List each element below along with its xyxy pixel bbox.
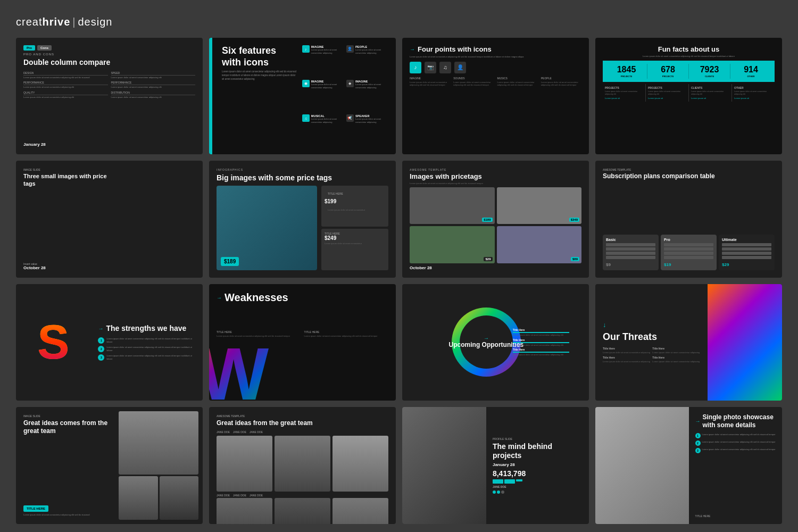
accent-bar (209, 38, 212, 154)
plan-cols: Basic $9 Pro $19 Ultimate (603, 184, 775, 270)
str-num-1: 1 (98, 337, 104, 344)
feature-item: 👤 PEOPLELorem ipsum dolor sit amet conse… (346, 45, 388, 78)
plan-ultimate-name: Ultimate (722, 238, 771, 242)
threat-3: Title Here Lorem ipsum dolor sit amet co… (603, 356, 650, 363)
weak-col-1: TITLE HERE Lorem ipsum dolor sit amet co… (217, 330, 301, 338)
logo-text2: design (78, 16, 112, 28)
list-num-2: 2 (695, 440, 701, 446)
stat-below-4: OTHER Lorem ipsum dolor sit amet consect… (732, 84, 775, 102)
stat-label-1: PROJECTS (608, 75, 645, 78)
stat-num-4: 914 (733, 65, 769, 74)
plan-ultimate: Ultimate $29 (719, 235, 775, 270)
team-member-3 (332, 436, 388, 492)
stat-num-3: 7923 (691, 65, 728, 74)
slide7-tag: AWESOME TEMPLATE (410, 168, 581, 171)
feature-icon-3: ◉ (302, 80, 310, 87)
slide12-title: Our Threats (603, 332, 700, 343)
plan-basic-name: Basic (606, 238, 655, 242)
team-grid-top (217, 436, 388, 492)
stat-1: 1845 PROJECTS (606, 64, 647, 79)
slide12-left: ↓ Our Threats Title Here Lorem ipsum dol… (595, 284, 708, 401)
opp-1: Title Here Lorem ipsum dolor sit amet co… (513, 328, 584, 337)
plan-pro-name: Pro (664, 238, 713, 242)
profile-photo (402, 407, 486, 523)
feature-item: ♪ IMAGINELorem ipsum dolor sit amet cons… (302, 45, 344, 78)
slide-team-grid: AWESOME TEMPLATE Great ideas from the gr… (209, 407, 396, 523)
slide1-col1: DESIGN Lorem ipsum dolor sit amet consec… (23, 71, 108, 139)
list-item-1: 1 Lorem ipsum dolor sit amet consectetur… (695, 433, 776, 438)
stat-3: 7923 CLIENTS (689, 64, 730, 79)
s7-price-3: $29 (484, 257, 492, 261)
weaknesses-letter-bg: W (209, 337, 269, 401)
big-image: $189 (217, 186, 317, 270)
strength-1: 1 Lorem ipsum dolor sit amet consectetur… (98, 337, 195, 344)
threat-4: Title Here Lorem ipsum dolor sit amet co… (652, 356, 700, 363)
slide6-title: Big images with some price tags (217, 173, 388, 182)
big-price-tag: $189 (221, 257, 239, 266)
team-member-2 (275, 436, 330, 492)
slide-great-team: IMAGE SLIDE Great ideas comes from the g… (16, 407, 203, 523)
team-grid-bottom (217, 498, 388, 524)
teal-bars (493, 479, 583, 484)
s7-img-1: $189 (410, 187, 495, 225)
slide13-title: Great ideas comes from the great team (23, 419, 111, 435)
slide13-left: IMAGE SLIDE Great ideas comes from the g… (16, 407, 119, 523)
team-member-1 (217, 436, 272, 492)
slide-photo-showcase: → Single photo showcase with some detail… (595, 407, 782, 523)
slide8-title: Subscription plans comparison table (603, 172, 775, 180)
strength-3: 3 Lorem ipsum dolor sit amet consectetur… (98, 354, 195, 361)
opp-2: Title Here Lorem ipsum dolor sit amet co… (513, 338, 584, 347)
slide15-left-photo (402, 407, 486, 523)
feature-icon-6: 📢 (346, 114, 354, 122)
list-num-1: 1 (695, 433, 701, 438)
feature-icon-4: ◈ (346, 80, 354, 87)
plan-pro: Pro $19 (661, 235, 717, 270)
stat-num-1: 1845 (608, 65, 645, 74)
mini-card-1: TITLE HERE $199 Lorem ipsum dolor sit am… (321, 186, 388, 227)
slide3-header: → Four points with icons (410, 45, 581, 53)
slide7-date: October 28 (410, 265, 581, 270)
stat-below-1: PROJECTS Lorem ipsum dolor sit amet cons… (603, 84, 646, 102)
slide3-title: Four points with icons (418, 45, 492, 53)
slide9-left-letter: S (16, 284, 90, 401)
stat-label-4: OTHER (733, 75, 769, 78)
slide15-date: January 28 (493, 462, 583, 467)
slide-mind-projects: PROFILE SLIDE The mind behind projects J… (402, 407, 589, 523)
stats-below: PROJECTS Lorem ipsum dolor sit amet cons… (603, 84, 775, 102)
stat-label-2: PROJECTS (650, 75, 686, 78)
slide5-date: October 28 (23, 265, 111, 270)
plan-basic: Basic $9 (603, 235, 659, 270)
dots (493, 491, 583, 494)
four-cols: IMAGINE Lorem ipsum dolor sit amet conse… (410, 77, 581, 87)
slide1-col2: SPEED Lorem ipsum dolor sit amet consect… (111, 71, 196, 139)
threats-grid: Title Here Lorem ipsum dolor sit amet co… (603, 347, 700, 363)
feature-item: ◈ IMAGINELorem ipsum dolor sit amet cons… (346, 80, 388, 112)
slide16-left-photo (595, 407, 689, 523)
slide2-left: Six features with icons Lorem ipsum dolo… (222, 45, 297, 147)
feature-item: ◉ IMAGINELorem ipsum dolor sit amet cons… (302, 80, 344, 112)
weak-cols: TITLE HERE Lorem ipsum dolor sit amet co… (217, 330, 388, 338)
slide9-title: The strengths we have (106, 324, 186, 333)
slide6-right: TITLE HERE $199 Lorem ipsum dolor sit am… (321, 186, 388, 270)
slide8-tag: AWESOME TEMPLATE (603, 168, 775, 171)
icon-box-1: ♪ (410, 62, 421, 73)
list-items: 1 Lorem ipsum dolor sit amet consectetur… (695, 433, 776, 510)
slide5-left: IMAGE SLIDE Three small images with pric… (16, 161, 119, 277)
stat-below-2: PROJECTS Lorem ipsum dolor sit amet cons… (646, 84, 689, 102)
team-member-6 (332, 498, 388, 524)
stat-label-3: CLIENTS (691, 75, 728, 78)
str-text-3: Lorem ipsum dolor sit amet consectetur a… (106, 354, 195, 361)
s7-price-1: $189 (482, 218, 492, 222)
slide1-title: Double column compare (23, 58, 195, 67)
logo: creathrive|design (16, 16, 782, 28)
team-member-5 (275, 498, 330, 524)
tag-cons: Cons (37, 45, 52, 51)
slide6-content: $189 TITLE HERE $199 Lorem ipsum dolor s… (217, 186, 388, 270)
stat-2: 678 PROJECTS (647, 64, 689, 79)
four-col-3: MUSICS Lorem ipsum dolor sit amet consec… (497, 77, 538, 87)
slide2-title: Six features with icons (222, 45, 297, 68)
slide7-title: Images with pricetags (410, 172, 581, 181)
icon-box-3: ♫ (439, 62, 451, 73)
slide-fun-facts: Fun facts about us Lorem ipsum dolor sit… (595, 38, 782, 154)
s7-img-3: $29 (410, 226, 495, 263)
